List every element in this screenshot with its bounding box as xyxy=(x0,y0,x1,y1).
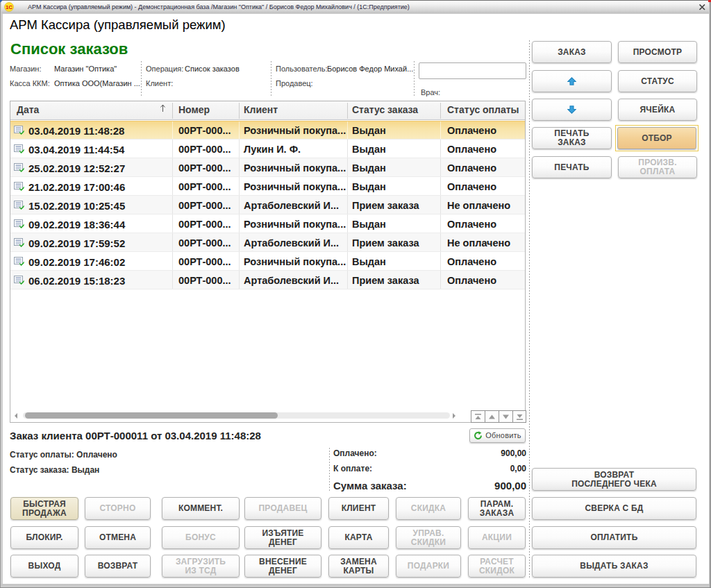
svg-text:1С: 1С xyxy=(6,4,12,10)
